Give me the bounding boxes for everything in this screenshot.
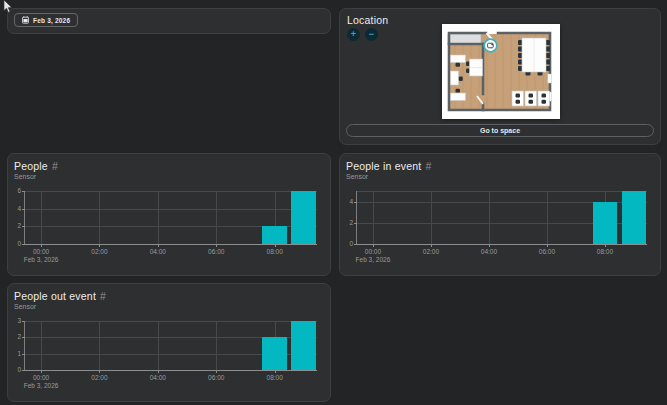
people-chart-card: People# Sensor 024600:00Feb 3, 202602:00…: [7, 153, 331, 276]
gridline: [431, 191, 432, 244]
chart-subtitle: Sensor: [14, 173, 36, 180]
y-axis-label: 3: [17, 318, 21, 325]
x-tick-mark: [275, 244, 276, 247]
chart-subtitle: Sensor: [346, 173, 368, 180]
x-axis-sublabel: Feb 3, 2026: [24, 257, 59, 264]
y-tick-mark: [354, 223, 357, 224]
gridline: [489, 191, 490, 244]
chart-bar[interactable]: [262, 337, 287, 370]
y-tick-mark: [22, 209, 25, 210]
x-axis-label: 08:00: [597, 249, 613, 256]
zoom-in-button[interactable]: +: [347, 28, 360, 41]
chart-title: People in event#: [346, 160, 431, 172]
zoom-out-button[interactable]: −: [365, 28, 378, 41]
hash-suffix: #: [52, 160, 58, 172]
y-tick-mark: [22, 337, 25, 338]
date-picker-label: Feb 3, 2026: [33, 17, 70, 24]
plus-icon: +: [351, 30, 356, 39]
gridline: [547, 191, 548, 244]
y-axis-label: 2: [17, 223, 21, 230]
x-tick-mark: [489, 244, 490, 247]
y-axis-label: 6: [17, 188, 21, 195]
gridline: [373, 191, 374, 244]
gridline: [41, 321, 42, 370]
location-card: Location + −: [339, 8, 661, 145]
desk-row: [512, 91, 550, 106]
x-axis-label: 04:00: [150, 375, 166, 382]
y-tick-mark: [22, 191, 25, 192]
y-tick-mark: [22, 370, 25, 371]
x-tick-mark: [216, 370, 217, 373]
y-axis-label: 0: [17, 367, 21, 374]
y-tick-mark: [22, 354, 25, 355]
x-axis-label: 04:00: [150, 249, 166, 256]
people-in-event-chart-plot: 02400:00Feb 3, 202602:0004:0006:0008:00: [356, 191, 647, 245]
x-axis-label: 06:00: [208, 375, 224, 382]
chart-subtitle: Sensor: [14, 303, 36, 310]
conference-table: [518, 38, 550, 76]
x-axis-label: 00:00: [365, 249, 381, 256]
y-tick-mark: [22, 226, 25, 227]
x-tick-mark: [41, 244, 42, 247]
y-tick-mark: [22, 244, 25, 245]
chart-bar[interactable]: [593, 202, 618, 244]
x-tick-mark: [158, 244, 159, 247]
x-tick-mark: [41, 370, 42, 373]
y-axis-label: 2: [17, 334, 21, 341]
gridline: [25, 209, 317, 210]
gridline: [25, 321, 317, 322]
x-axis-label: 00:00: [33, 249, 49, 256]
x-tick-mark: [373, 244, 374, 247]
sensor-marker[interactable]: [484, 39, 497, 52]
location-card-title: Location: [347, 14, 388, 26]
x-axis-label: 02:00: [91, 249, 107, 256]
chart-bar[interactable]: [291, 191, 316, 244]
gridline: [357, 191, 647, 192]
x-tick-mark: [99, 244, 100, 247]
gridline: [158, 191, 159, 244]
y-axis-label: 0: [349, 241, 353, 248]
y-axis-label: 4: [349, 198, 353, 205]
x-axis-label: 08:00: [267, 375, 283, 382]
gridline: [99, 321, 100, 370]
y-tick-mark: [354, 244, 357, 245]
chart-title: People#: [14, 160, 58, 172]
people-out-event-chart-plot: 012300:00Feb 3, 202602:0004:0006:0008:00: [24, 321, 317, 371]
gridline: [41, 191, 42, 244]
chart-bar[interactable]: [262, 226, 287, 244]
chart-title: People out event#: [14, 290, 106, 302]
gridline: [99, 191, 100, 244]
chart-bar[interactable]: [622, 191, 647, 244]
x-tick-mark: [605, 244, 606, 247]
x-tick-mark: [547, 244, 548, 247]
date-filter-card: Feb 3, 2026: [7, 8, 331, 34]
x-axis-sublabel: Feb 3, 2026: [24, 383, 59, 390]
date-picker-button[interactable]: Feb 3, 2026: [14, 13, 78, 27]
y-tick-mark: [22, 321, 25, 322]
x-axis-label: 04:00: [481, 249, 497, 256]
go-to-space-button[interactable]: Go to space: [346, 124, 654, 137]
x-tick-mark: [431, 244, 432, 247]
x-axis-label: 02:00: [91, 375, 107, 382]
x-axis-label: 00:00: [33, 375, 49, 382]
gridline: [25, 191, 317, 192]
calendar-icon: [22, 16, 29, 24]
gridline: [158, 321, 159, 370]
map-zoom-controls: + −: [347, 28, 378, 41]
gridline: [216, 321, 217, 370]
x-tick-mark: [99, 370, 100, 373]
x-axis-label: 08:00: [267, 249, 283, 256]
chart-bar[interactable]: [291, 321, 316, 370]
y-axis-label: 0: [17, 241, 21, 248]
x-tick-mark: [216, 244, 217, 247]
x-tick-mark: [158, 370, 159, 373]
y-tick-mark: [354, 202, 357, 203]
people-in-event-chart-card: People in event# Sensor 02400:00Feb 3, 2…: [339, 153, 661, 276]
hash-suffix: #: [100, 290, 106, 302]
x-tick-mark: [275, 370, 276, 373]
x-axis-sublabel: Feb 3, 2026: [356, 257, 391, 264]
gridline: [216, 191, 217, 244]
x-axis-label: 02:00: [423, 249, 439, 256]
minus-icon: −: [369, 30, 374, 39]
people-out-event-chart-card: People out event# Sensor 012300:00Feb 3,…: [7, 283, 331, 402]
